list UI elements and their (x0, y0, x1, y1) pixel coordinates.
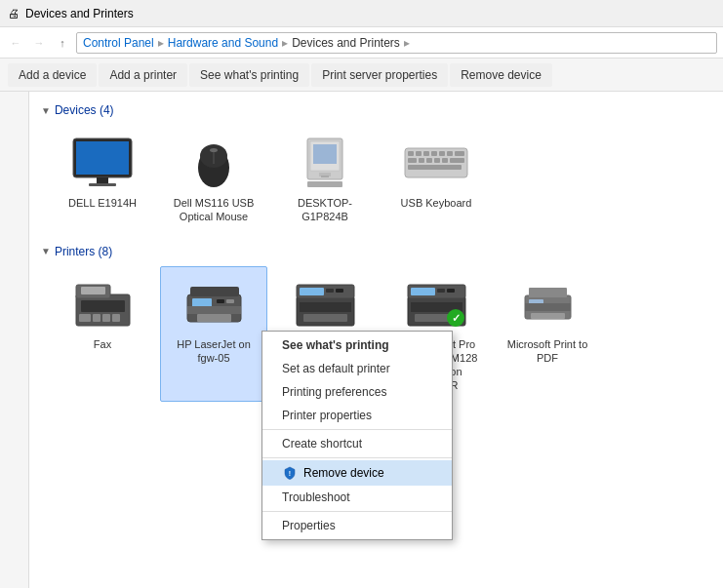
ctx-properties[interactable]: Properties (262, 514, 452, 537)
devices-grid: DELL E1914H Dell MS116 USB Optical Mouse (41, 125, 711, 233)
device-label-ms-pdf: Microsoft Print to PDF (502, 337, 592, 366)
printers-section-title: Printers (8) (55, 245, 112, 258)
svg-rect-50 (336, 289, 343, 293)
svg-rect-43 (226, 299, 234, 303)
ctx-troubleshoot[interactable]: Troubleshoot (262, 486, 452, 509)
device-item-hp-laserjet-fgw[interactable]: HP LaserJet on fgw-05 (160, 266, 267, 402)
device-label-fax: Fax (94, 337, 111, 351)
desktop-icon (290, 134, 360, 192)
device-item-ms-pdf[interactable]: Microsoft Print to PDF (494, 266, 601, 402)
svg-rect-12 (313, 144, 337, 164)
svg-rect-16 (416, 151, 422, 156)
device-item-monitor[interactable]: DELL E1914H (49, 125, 156, 233)
hp-laserjet-fgw-icon (179, 275, 249, 333)
device-label-mouse: Dell MS116 USB Optical Mouse (169, 196, 259, 224)
up-button[interactable]: ↑ (53, 33, 72, 53)
svg-rect-15 (408, 151, 414, 156)
forward-button[interactable]: → (29, 33, 49, 53)
svg-rect-32 (79, 314, 91, 322)
keyboard-icon (401, 134, 471, 192)
ctx-printer-properties-label: Printer properties (282, 409, 372, 422)
svg-rect-33 (93, 314, 100, 322)
svg-rect-18 (431, 151, 437, 156)
svg-rect-64 (529, 288, 567, 297)
svg-rect-56 (437, 289, 445, 293)
svg-rect-11 (307, 181, 342, 187)
device-label-keyboard: USB Keyboard (401, 196, 472, 210)
ctx-see-whats-printing[interactable]: See what's printing (262, 333, 452, 357)
ctx-set-default[interactable]: Set as default printer (262, 357, 452, 380)
breadcrumb-devices-printers: Devices and Printers (292, 36, 400, 50)
device-item-desktop[interactable]: DESKTOP-G1P824B (271, 125, 379, 233)
ctx-set-default-label: Set as default printer (282, 362, 390, 375)
monitor-icon (67, 134, 138, 192)
title-bar-text: Devices and Printers (25, 7, 134, 20)
svg-rect-46 (300, 288, 324, 295)
device-item-keyboard[interactable]: USB Keyboard (382, 125, 490, 233)
device-label-desktop: DESKTOP-G1P824B (280, 196, 370, 224)
add-printer-button[interactable]: Add a printer (99, 63, 187, 87)
svg-rect-20 (447, 151, 453, 156)
svg-rect-31 (81, 300, 125, 312)
svg-rect-40 (197, 314, 231, 322)
svg-rect-13 (321, 176, 329, 177)
svg-rect-47 (300, 302, 351, 312)
svg-rect-62 (525, 303, 571, 311)
device-label-monitor: DELL E1914H (68, 196, 137, 210)
ctx-remove-device[interactable]: ! Remove device (262, 460, 452, 486)
svg-rect-49 (326, 289, 334, 293)
ctx-printing-preferences[interactable]: Printing preferences (262, 380, 452, 404)
ctx-printer-properties[interactable]: Printer properties (262, 404, 452, 427)
device-label-hp-laserjet-fgw: HP LaserJet on fgw-05 (169, 337, 259, 366)
breadcrumb-hardware-sound[interactable]: Hardware and Sound (168, 36, 278, 50)
context-menu: See what's printing Set as default print… (261, 331, 453, 540)
hp-mfp-server-icon: ✓ (401, 275, 471, 333)
svg-rect-57 (447, 289, 455, 293)
ctx-sep-2 (262, 457, 452, 458)
svg-rect-24 (426, 158, 432, 163)
ctx-printing-preferences-label: Printing preferences (282, 385, 386, 399)
device-item-mouse[interactable]: Dell MS116 USB Optical Mouse (160, 125, 267, 233)
svg-rect-35 (112, 314, 120, 322)
ctx-see-whats-printing-label: See what's printing (282, 338, 389, 352)
ctx-create-shortcut[interactable]: Create shortcut (262, 432, 452, 455)
svg-rect-1 (76, 141, 129, 175)
title-bar-icon: 🖨 (8, 7, 20, 20)
address-bar: ← → ↑ Control Panel ▸ Hardware and Sound… (0, 27, 723, 59)
svg-rect-3 (89, 183, 116, 186)
remove-device-button[interactable]: Remove device (450, 63, 552, 87)
svg-rect-17 (423, 151, 429, 156)
svg-rect-53 (411, 288, 435, 295)
ctx-troubleshoot-label: Troubleshoot (282, 490, 350, 504)
breadcrumb: Control Panel ▸ Hardware and Sound ▸ Dev… (76, 32, 717, 54)
svg-rect-48 (303, 314, 347, 322)
svg-rect-39 (187, 306, 241, 314)
sidebar (0, 92, 29, 588)
ctx-create-shortcut-label: Create shortcut (282, 437, 362, 451)
toolbar: Add a device Add a printer See what's pr… (0, 59, 723, 92)
svg-text:!: ! (289, 470, 291, 477)
printers-section-header: ▼ Printers (8) (41, 245, 711, 258)
title-bar: 🖨 Devices and Printers (0, 0, 723, 27)
svg-rect-21 (455, 151, 464, 156)
devices-section-header: ▼ Devices (4) (41, 103, 711, 117)
fax-icon (67, 275, 138, 333)
print-server-properties-button[interactable]: Print server properties (311, 63, 448, 87)
svg-rect-26 (442, 158, 448, 163)
svg-rect-23 (419, 158, 424, 163)
ctx-sep-3 (262, 511, 452, 512)
svg-rect-63 (531, 313, 565, 319)
ms-pdf-icon (512, 275, 582, 333)
ctx-remove-device-label: Remove device (303, 466, 384, 480)
ctx-sep-1 (262, 429, 452, 430)
device-item-fax[interactable]: Fax (49, 266, 156, 402)
svg-rect-2 (97, 177, 108, 183)
hp-mfp-dicbs-icon (290, 275, 360, 333)
add-device-button[interactable]: Add a device (8, 63, 97, 87)
svg-rect-27 (450, 158, 464, 163)
printers-chevron: ▼ (41, 246, 51, 256)
breadcrumb-control-panel[interactable]: Control Panel (83, 36, 154, 50)
svg-text:✓: ✓ (451, 312, 460, 324)
see-whats-printing-button[interactable]: See what's printing (189, 63, 309, 87)
back-button[interactable]: ← (6, 33, 25, 53)
